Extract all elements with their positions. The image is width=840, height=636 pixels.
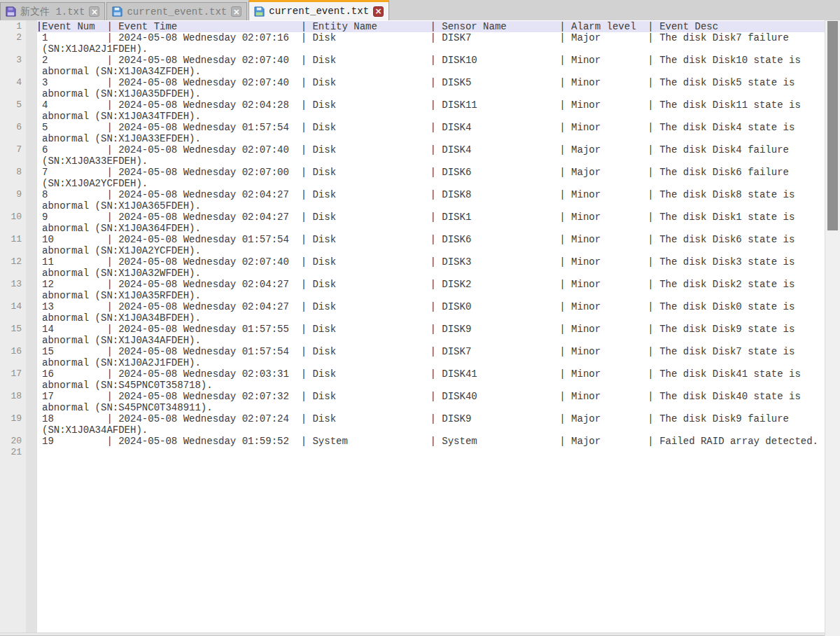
line-content-area[interactable]: 16 | 2024-05-08 Wednesday 02:03:31 | Dis… bbox=[37, 368, 825, 391]
line-text: 19 | 2024-05-08 Wednesday 01:59:52 | Sys… bbox=[42, 436, 824, 447]
line-number: 17 bbox=[0, 368, 26, 391]
line-content-area[interactable]: 3 | 2024-05-08 Wednesday 02:07:40 | Disk… bbox=[37, 77, 825, 99]
editor-area[interactable]: 1Event Num | Event Time | Entity Name | … bbox=[0, 20, 840, 636]
editor-line[interactable]: 21 bbox=[0, 447, 825, 458]
save-icon bbox=[112, 6, 122, 17]
editor-line[interactable]: 1615 | 2024-05-08 Wednesday 01:57:54 | D… bbox=[0, 346, 825, 368]
editor-line[interactable]: 21 | 2024-05-08 Wednesday 02:07:16 | Dis… bbox=[0, 32, 825, 55]
line-text: 2 | 2024-05-08 Wednesday 02:07:40 | Disk… bbox=[42, 55, 824, 77]
gutter-margin-cell bbox=[26, 189, 37, 212]
line-number: 1 bbox=[0, 21, 26, 32]
editor-line[interactable]: 43 | 2024-05-08 Wednesday 02:07:40 | Dis… bbox=[0, 77, 825, 99]
tab-label: 新文件 1.txt bbox=[20, 7, 85, 17]
editor-line[interactable]: 54 | 2024-05-08 Wednesday 02:04:28 | Dis… bbox=[0, 99, 825, 122]
tab-current-event-txt-2-active[interactable]: current_event.txt × bbox=[248, 0, 389, 20]
line-number: 6 bbox=[0, 122, 26, 144]
line-content-area[interactable]: 15 | 2024-05-08 Wednesday 01:57:54 | Dis… bbox=[37, 346, 825, 368]
line-text: 8 | 2024-05-08 Wednesday 02:04:27 | Disk… bbox=[42, 189, 824, 212]
tab-new-file-1[interactable]: 新文件 1.txt × bbox=[0, 2, 105, 20]
line-number: 21 bbox=[0, 447, 26, 458]
line-content-area[interactable]: 4 | 2024-05-08 Wednesday 02:04:28 | Disk… bbox=[37, 99, 825, 122]
editor-line[interactable]: 1211 | 2024-05-08 Wednesday 02:07:40 | D… bbox=[0, 256, 825, 279]
line-content-area[interactable]: 17 | 2024-05-08 Wednesday 02:07:32 | Dis… bbox=[37, 391, 825, 413]
line-number: 20 bbox=[0, 436, 26, 447]
line-number: 13 bbox=[0, 279, 26, 301]
line-number: 5 bbox=[0, 99, 26, 122]
line-content-area[interactable]: 5 | 2024-05-08 Wednesday 01:57:54 | Disk… bbox=[37, 122, 825, 144]
line-content-area[interactable]: 10 | 2024-05-08 Wednesday 01:57:54 | Dis… bbox=[37, 234, 825, 256]
editor-line[interactable]: 1413 | 2024-05-08 Wednesday 02:04:27 | D… bbox=[0, 301, 825, 324]
editor-line[interactable]: 32 | 2024-05-08 Wednesday 02:07:40 | Dis… bbox=[0, 55, 825, 77]
line-content-area[interactable]: 1 | 2024-05-08 Wednesday 02:07:16 | Disk… bbox=[37, 32, 825, 55]
line-text: 13 | 2024-05-08 Wednesday 02:04:27 | Dis… bbox=[42, 301, 824, 324]
text-content[interactable]: 1Event Num | Event Time | Entity Name | … bbox=[0, 21, 825, 458]
editor-line[interactable]: 1Event Num | Event Time | Entity Name | … bbox=[0, 21, 825, 32]
editor-line[interactable]: 2019 | 2024-05-08 Wednesday 01:59:52 | S… bbox=[0, 436, 825, 447]
gutter-margin-cell bbox=[26, 99, 37, 122]
close-icon[interactable]: × bbox=[373, 6, 384, 17]
line-text: 12 | 2024-05-08 Wednesday 02:04:27 | Dis… bbox=[42, 279, 824, 301]
line-content-area[interactable]: 19 | 2024-05-08 Wednesday 01:59:52 | Sys… bbox=[37, 436, 825, 447]
editor-line[interactable]: 1817 | 2024-05-08 Wednesday 02:07:32 | D… bbox=[0, 391, 825, 413]
editor-line[interactable]: 1110 | 2024-05-08 Wednesday 01:57:54 | D… bbox=[0, 234, 825, 256]
editor-line[interactable]: 1312 | 2024-05-08 Wednesday 02:04:27 | D… bbox=[0, 279, 825, 301]
save-icon bbox=[6, 6, 16, 17]
gutter-margin-cell bbox=[26, 32, 37, 55]
line-content-area[interactable]: 9 | 2024-05-08 Wednesday 02:04:27 | Disk… bbox=[37, 212, 825, 234]
gutter-margin-cell bbox=[26, 122, 37, 144]
scrollbar-thumb[interactable] bbox=[827, 21, 838, 230]
close-icon[interactable]: × bbox=[89, 6, 99, 17]
gutter-margin-cell bbox=[26, 391, 37, 413]
line-number: 15 bbox=[0, 324, 26, 346]
text-editor-window: 新文件 1.txt × current_event.txt × bbox=[0, 0, 840, 636]
line-content-area[interactable]: 11 | 2024-05-08 Wednesday 02:07:40 | Dis… bbox=[37, 256, 825, 279]
tab-label: current_event.txt bbox=[269, 6, 369, 16]
line-text: 10 | 2024-05-08 Wednesday 01:57:54 | Dis… bbox=[42, 234, 824, 256]
line-text: 5 | 2024-05-08 Wednesday 01:57:54 | Disk… bbox=[42, 122, 824, 144]
editor-line[interactable]: 87 | 2024-05-08 Wednesday 02:07:00 | Dis… bbox=[0, 167, 825, 189]
editor-line[interactable]: 1514 | 2024-05-08 Wednesday 01:57:55 | D… bbox=[0, 324, 825, 346]
gutter-margin-cell bbox=[26, 324, 37, 346]
line-content-area[interactable]: 8 | 2024-05-08 Wednesday 02:04:27 | Disk… bbox=[37, 189, 825, 212]
line-number: 16 bbox=[0, 346, 26, 368]
line-content-area[interactable]: 13 | 2024-05-08 Wednesday 02:04:27 | Dis… bbox=[37, 301, 825, 324]
close-icon[interactable]: × bbox=[231, 6, 241, 17]
gutter-margin-cell bbox=[26, 212, 37, 234]
line-number: 4 bbox=[0, 77, 26, 99]
line-content-area[interactable]: 6 | 2024-05-08 Wednesday 02:07:40 | Disk… bbox=[37, 144, 825, 167]
gutter-margin-cell bbox=[26, 256, 37, 279]
gutter-margin-cell bbox=[26, 413, 37, 436]
line-number: 18 bbox=[0, 391, 26, 413]
line-content-area[interactable] bbox=[37, 447, 825, 458]
line-number: 19 bbox=[0, 413, 26, 436]
gutter-margin-cell bbox=[26, 301, 37, 324]
gutter-margin-cell bbox=[26, 167, 37, 189]
editor-line[interactable]: 98 | 2024-05-08 Wednesday 02:04:27 | Dis… bbox=[0, 189, 825, 212]
line-content-area[interactable]: 12 | 2024-05-08 Wednesday 02:04:27 | Dis… bbox=[37, 279, 825, 301]
line-text: 15 | 2024-05-08 Wednesday 01:57:54 | Dis… bbox=[42, 346, 824, 368]
editor-line[interactable]: 109 | 2024-05-08 Wednesday 02:04:27 | Di… bbox=[0, 212, 825, 234]
line-text: 14 | 2024-05-08 Wednesday 01:57:55 | Dis… bbox=[42, 324, 824, 346]
line-text: 11 | 2024-05-08 Wednesday 02:07:40 | Dis… bbox=[42, 256, 824, 279]
line-content-area[interactable]: 7 | 2024-05-08 Wednesday 02:07:00 | Disk… bbox=[37, 167, 825, 189]
line-text: 18 | 2024-05-08 Wednesday 02:07:24 | Dis… bbox=[42, 413, 824, 436]
tab-current-event-txt-1[interactable]: current_event.txt × bbox=[106, 2, 247, 20]
gutter-margin-cell bbox=[26, 21, 37, 32]
line-text: Event Num | Event Time | Entity Name | S… bbox=[42, 21, 824, 32]
line-content-area[interactable]: 14 | 2024-05-08 Wednesday 01:57:55 | Dis… bbox=[37, 324, 825, 346]
line-text: 4 | 2024-05-08 Wednesday 02:04:28 | Disk… bbox=[42, 99, 824, 122]
line-content-area[interactable]: 2 | 2024-05-08 Wednesday 02:07:40 | Disk… bbox=[37, 55, 825, 77]
gutter-margin-cell bbox=[26, 447, 37, 458]
vertical-scrollbar[interactable] bbox=[825, 20, 840, 636]
editor-line[interactable]: 76 | 2024-05-08 Wednesday 02:07:40 | Dis… bbox=[0, 144, 825, 167]
line-number: 3 bbox=[0, 55, 26, 77]
editor-line[interactable]: 1918 | 2024-05-08 Wednesday 02:07:24 | D… bbox=[0, 413, 825, 436]
editor-line[interactable]: 1716 | 2024-05-08 Wednesday 02:03:31 | D… bbox=[0, 368, 825, 391]
gutter-margin-cell bbox=[26, 368, 37, 391]
line-content-area[interactable]: Event Num | Event Time | Entity Name | S… bbox=[37, 21, 825, 32]
editor-line[interactable]: 65 | 2024-05-08 Wednesday 01:57:54 | Dis… bbox=[0, 122, 825, 144]
line-text: 6 | 2024-05-08 Wednesday 02:07:40 | Disk… bbox=[42, 144, 824, 167]
line-number: 11 bbox=[0, 234, 26, 256]
line-content-area[interactable]: 18 | 2024-05-08 Wednesday 02:07:24 | Dis… bbox=[37, 413, 825, 436]
line-number: 10 bbox=[0, 212, 26, 234]
